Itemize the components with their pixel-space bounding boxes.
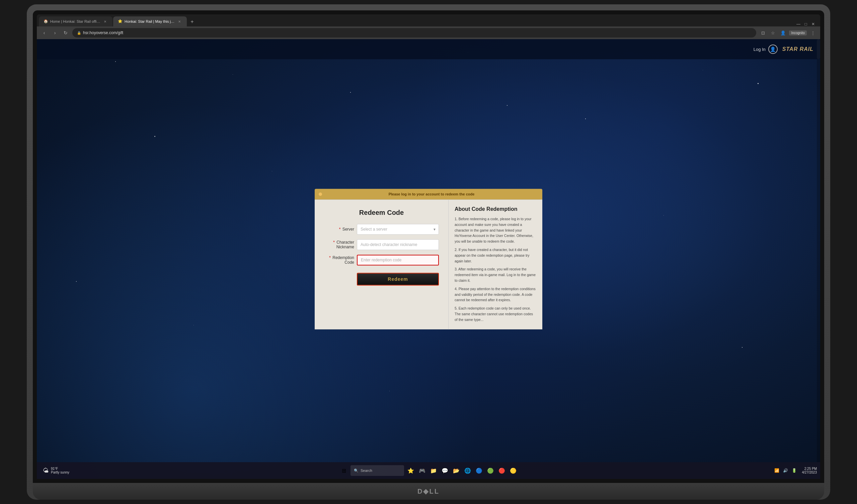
browser-chrome: 🏠 Home | Honkai: Star Rail official ... … <box>37 14 820 39</box>
search-placeholder: Search <box>360 469 372 472</box>
about-point-5: 5. Each redemption code can only be used… <box>455 305 536 322</box>
game-logo: STAR RAIL <box>782 46 813 52</box>
nickname-label-text: CharacterNickname <box>336 240 354 249</box>
clock-date: 4/27/2023 <box>802 471 817 474</box>
user-icon: 👤 <box>768 45 778 54</box>
forward-button[interactable]: › <box>51 29 59 37</box>
game-logo-rail: RAIL <box>800 46 813 52</box>
laptop-chin: D◆LL <box>33 483 824 500</box>
back-button[interactable]: ‹ <box>40 29 48 37</box>
redeem-button-row: Redeem <box>324 270 439 285</box>
taskbar-star-icon[interactable]: ⭐ <box>406 466 416 475</box>
code-label-text: RedemptionCode <box>332 255 354 265</box>
tab-gift[interactable]: ⭐ Honkai: Star Rail | May this journ... … <box>113 16 187 27</box>
server-label: * Server <box>324 227 354 232</box>
taskbar-chat-icon[interactable]: 💬 <box>440 466 450 475</box>
taskbar-right: 📶 🔊 🔋 2:25 PM 4/27/2023 <box>518 467 817 474</box>
reload-button[interactable]: ↻ <box>62 29 70 37</box>
tab-home-close[interactable]: ✕ <box>102 19 108 24</box>
taskbar-search[interactable]: 🔍 Search <box>351 465 404 476</box>
taskbar-left: 🌤 91°F Partly sunny <box>40 467 339 474</box>
browser-actions: ⊡ ☆ 👤 Incognito ⋮ <box>759 29 817 37</box>
modal-body: Redeem Code * Server Select a server <box>315 200 542 329</box>
server-required-star: * <box>339 227 341 232</box>
windows-start-button[interactable]: ⊞ <box>339 466 349 475</box>
sys-network-icon[interactable]: 📶 <box>773 467 781 474</box>
tab-gift-close[interactable]: ✕ <box>177 19 182 24</box>
dell-logo: D◆LL <box>418 487 439 495</box>
weather-temp: 91°F <box>51 467 69 471</box>
profile-icon[interactable]: 👤 <box>779 29 787 37</box>
user-icon-symbol: 👤 <box>770 47 776 52</box>
tab-home-title: Home | Honkai: Star Rail official ... <box>50 19 100 23</box>
lock-icon: 🔒 <box>77 31 81 35</box>
tab-gift-favicon: ⭐ <box>118 19 122 24</box>
taskbar-chrome-icon[interactable]: 🟢 <box>486 466 495 475</box>
modal-title: Redeem Code <box>324 209 439 217</box>
browser-addressbar: ‹ › ↻ 🔒 hsr.hoyoverse.com/gift ⊡ ☆ 👤 Inc… <box>37 27 820 39</box>
code-label: * RedemptionCode <box>324 255 354 265</box>
weather-desc: Partly sunny <box>51 471 69 474</box>
about-text: 1. Before redeeming a code, please log i… <box>455 216 536 323</box>
login-button[interactable]: Log In 👤 <box>754 45 778 54</box>
nickname-input[interactable] <box>357 239 439 250</box>
modal-dot <box>319 192 322 196</box>
taskbar-game-icon[interactable]: 🎮 <box>418 466 427 475</box>
taskbar-explorer-icon[interactable]: 📁 <box>429 466 438 475</box>
taskbar-red-icon[interactable]: 🔴 <box>497 466 506 475</box>
taskbar-blue-icon[interactable]: 🔵 <box>474 466 484 475</box>
browser-tabs: 🏠 Home | Honkai: Star Rail official ... … <box>37 14 820 27</box>
modal-wrapper: Please log in to your account to redeem … <box>315 189 542 329</box>
cast-icon[interactable]: ⊡ <box>759 29 767 37</box>
address-bar[interactable]: 🔒 hsr.hoyoverse.com/gift <box>72 28 756 37</box>
tab-home[interactable]: 🏠 Home | Honkai: Star Rail official ... … <box>39 16 113 27</box>
new-tab-button[interactable]: + <box>187 17 197 27</box>
modal-left-panel: Redeem Code * Server Select a server <box>315 200 449 329</box>
window-controls: — □ ✕ <box>796 22 818 27</box>
sys-volume-icon[interactable]: 🔊 <box>782 467 789 474</box>
maximize-button[interactable]: □ <box>803 22 808 27</box>
modal-right-panel: About Code Redemption 1. Before redeemin… <box>449 200 542 329</box>
taskbar-globe-icon[interactable]: 🌐 <box>463 466 472 475</box>
server-select[interactable]: Select a server <box>357 224 439 235</box>
about-point-3: 3. After redeeming a code, you will rece… <box>455 267 536 284</box>
nickname-required-star: * <box>333 240 335 245</box>
weather-info: 91°F Partly sunny <box>51 467 69 474</box>
browser-content: Log In 👤 STAR RAIL Please <box>37 39 820 479</box>
server-select-wrapper[interactable]: Select a server ▼ <box>357 224 439 235</box>
nickname-label: * CharacterNickname <box>324 240 354 249</box>
weather-widget: 🌤 91°F Partly sunny <box>40 467 72 474</box>
redeem-button[interactable]: Redeem <box>357 273 439 285</box>
about-point-4: 4. Please pay attention to the redemptio… <box>455 286 536 303</box>
taskbar-center: ⊞ 🔍 Search ⭐ 🎮 📁 💬 📂 🌐 🔵 🟢 🔴 🟡 <box>339 465 518 476</box>
site-header: Log In 👤 STAR RAIL <box>37 39 820 59</box>
bookmark-icon[interactable]: ☆ <box>769 29 777 37</box>
taskbar: 🌤 91°F Partly sunny ⊞ 🔍 Search <box>37 462 820 479</box>
incognito-badge: Incognito <box>789 31 807 35</box>
screen-bezel: 🏠 Home | Honkai: Star Rail official ... … <box>33 11 824 483</box>
search-icon: 🔍 <box>354 469 358 473</box>
about-point-2: 2. If you have created a character, but … <box>455 247 536 264</box>
clock-widget[interactable]: 2:25 PM 4/27/2023 <box>800 467 817 474</box>
code-required-star: * <box>329 255 331 260</box>
redemption-code-input[interactable] <box>357 255 439 265</box>
modal-top-bar: Please log in to your account to redeem … <box>315 189 542 200</box>
address-text: hsr.hoyoverse.com/gift <box>83 31 123 35</box>
tab-gift-title: Honkai: Star Rail | May this journ... <box>124 19 175 23</box>
clock-time: 2:25 PM <box>802 467 817 471</box>
weather-icon: 🌤 <box>43 467 49 474</box>
about-point-1: 1. Before redeeming a code, please log i… <box>455 216 536 244</box>
laptop-shell: 🏠 Home | Honkai: Star Rail official ... … <box>27 4 830 500</box>
close-button[interactable]: ✕ <box>811 22 816 27</box>
tab-home-favicon: 🏠 <box>44 19 48 24</box>
minimize-button[interactable]: — <box>796 22 801 27</box>
scrollbar-track[interactable] <box>817 39 820 462</box>
taskbar-badge-icon[interactable]: 🟡 <box>508 466 518 475</box>
sys-battery-icon[interactable]: 🔋 <box>791 467 798 474</box>
nickname-form-row: * CharacterNickname <box>324 239 439 250</box>
modal-top-message: Please log in to your account to redeem … <box>325 192 538 196</box>
taskbar-files-icon[interactable]: 📂 <box>452 466 461 475</box>
menu-icon[interactable]: ⋮ <box>809 29 817 37</box>
login-text: Log In <box>754 47 766 52</box>
windows-icon: ⊞ <box>342 468 346 474</box>
